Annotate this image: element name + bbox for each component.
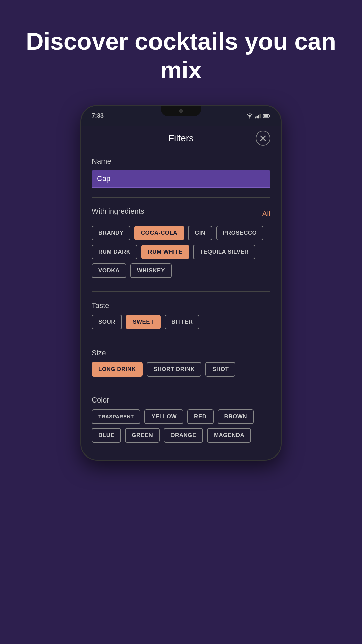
chip-coca-cola[interactable]: COCA-COLA — [134, 226, 184, 240]
chip-short-drink[interactable]: SHORT DRINK — [147, 362, 202, 377]
size-label: Size — [92, 348, 270, 357]
size-chips: LONG DRINK SHORT DRINK SHOT — [92, 362, 270, 377]
chip-orange[interactable]: ORANGE — [164, 428, 203, 443]
chip-rum-white[interactable]: RUM WHITE — [141, 245, 189, 259]
name-label: Name — [92, 157, 270, 166]
svg-rect-3 — [260, 114, 261, 118]
divider-4 — [92, 386, 270, 386]
taste-chips: SOUR SWEET BITTER — [92, 315, 270, 329]
svg-rect-2 — [258, 115, 259, 118]
chip-whiskey[interactable]: WHISKEY — [130, 263, 172, 278]
bottom-spacer — [81, 449, 281, 460]
name-section: Name — [81, 150, 281, 195]
chip-yellow[interactable]: YELLOW — [144, 409, 183, 424]
chip-bitter[interactable]: BITTER — [165, 315, 199, 329]
chip-gin[interactable]: GIN — [188, 226, 212, 240]
hero-text: Discover cocktails you can mix — [0, 0, 362, 105]
divider-2 — [92, 291, 270, 292]
chip-transparent[interactable]: TRASPARENT — [92, 409, 140, 424]
size-section: Size LONG DRINK SHORT DRINK SHOT — [81, 342, 281, 383]
signal-icon — [255, 113, 261, 119]
color-chips-row1: TRASPARENT YELLOW RED BROWN — [92, 409, 270, 424]
divider-3 — [92, 339, 270, 339]
color-chips-row2: BLUE GREEN ORANGE MAGENDA — [92, 428, 270, 443]
name-input[interactable] — [92, 170, 270, 188]
chip-long-drink[interactable]: LONG DRINK — [92, 362, 143, 377]
chip-sweet[interactable]: SWEET — [126, 315, 161, 329]
phone-mockup: 7:33 Filter — [80, 105, 282, 461]
chip-sour[interactable]: SOUR — [92, 315, 122, 329]
ingredients-section: With ingredients All BRANDY COCA-COLA GI… — [81, 200, 281, 289]
color-label: Color — [92, 396, 270, 405]
filters-title: Filters — [168, 133, 194, 144]
divider-1 — [92, 197, 270, 198]
filters-header: Filters — [81, 126, 281, 150]
svg-rect-0 — [255, 117, 256, 118]
close-button[interactable] — [256, 131, 270, 146]
svg-rect-6 — [269, 115, 270, 117]
chip-blue[interactable]: BLUE — [92, 428, 121, 443]
battery-icon — [263, 114, 270, 118]
chip-rum-dark[interactable]: RUM DARK — [92, 245, 137, 259]
chip-red[interactable]: RED — [187, 409, 213, 424]
status-bar: 7:33 — [81, 106, 281, 126]
phone-notch — [161, 106, 201, 116]
status-time: 7:33 — [92, 112, 104, 119]
svg-rect-5 — [264, 115, 268, 117]
chip-brown[interactable]: BROWN — [218, 409, 254, 424]
chip-green[interactable]: GREEN — [125, 428, 160, 443]
chip-brandy[interactable]: BRANDY — [92, 226, 130, 240]
ingredients-label: With ingredients — [92, 207, 144, 216]
ingredients-chips: BRANDY COCA-COLA GIN PROSECCO RUM DARK R… — [92, 226, 270, 278]
taste-section: Taste SOUR SWEET BITTER — [81, 294, 281, 336]
chip-vodka[interactable]: VODKA — [92, 263, 126, 278]
status-icons — [246, 113, 270, 119]
wifi-icon — [246, 113, 253, 119]
taste-label: Taste — [92, 301, 270, 310]
chip-tequila-silver[interactable]: TEQUILA SILVER — [193, 245, 255, 259]
phone-content: Filters Name With ingredients All BRANDY… — [81, 126, 281, 460]
chip-shot[interactable]: SHOT — [205, 362, 235, 377]
camera — [179, 109, 183, 113]
ingredients-header: With ingredients All — [92, 207, 270, 220]
color-section: Color TRASPARENT YELLOW RED BROWN BLUE G… — [81, 389, 281, 449]
all-link[interactable]: All — [262, 209, 270, 218]
chip-prosecco[interactable]: PROSECCO — [216, 226, 263, 240]
svg-rect-1 — [257, 116, 258, 118]
chip-magenda[interactable]: MAGENDA — [207, 428, 251, 443]
